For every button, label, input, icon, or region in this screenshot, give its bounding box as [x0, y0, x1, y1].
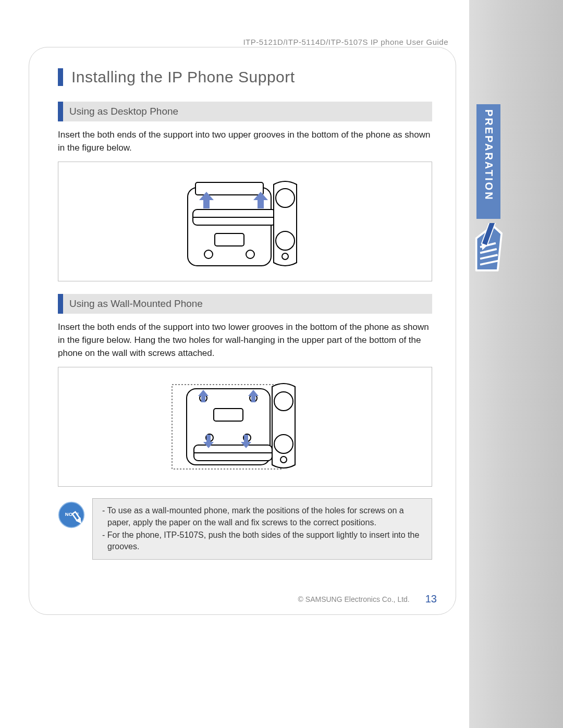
svg-point-13	[276, 189, 295, 207]
phone-support-lower-illustration	[156, 377, 334, 476]
figure-wallmount-install	[58, 367, 432, 487]
svg-point-10	[204, 250, 213, 258]
note-line-2: - For the phone, ITP-5107S, push the bot…	[100, 529, 424, 553]
paragraph-wallmount: Insert the both ends of the support into…	[58, 321, 432, 360]
section-tab-preparation: PREPARATION	[476, 104, 500, 219]
svg-rect-26	[214, 409, 243, 421]
phone-support-upper-illustration	[162, 172, 328, 271]
page-footer: © SAMSUNG Electronics Co., Ltd. 13	[29, 593, 456, 605]
note-icon: NOTE	[58, 501, 85, 528]
document-header: ITP-5121D/ITP-5114D/ITP-5107S IP phone U…	[0, 38, 469, 46]
svg-point-11	[246, 250, 254, 258]
svg-point-15	[282, 253, 288, 260]
note-block: NOTE - To use as a wall-mounted phone, m…	[58, 498, 432, 560]
figure-desktop-install	[58, 162, 432, 281]
svg-point-27	[274, 392, 293, 411]
svg-point-29	[280, 456, 287, 463]
page-number: 13	[425, 593, 437, 605]
subheading-wallmount: Using as Wall-Mounted Phone	[58, 294, 432, 314]
paragraph-desktop: Insert the both ends of the support into…	[58, 129, 432, 154]
copyright-text: © SAMSUNG Electronics Co., Ltd.	[298, 595, 410, 603]
note-line-1: - To use as a wall-mounted phone, mark t…	[100, 505, 424, 528]
svg-point-28	[274, 435, 293, 453]
content-frame: Installing the IP Phone Support Using as…	[29, 47, 456, 615]
svg-rect-12	[215, 233, 244, 246]
subheading-desktop: Using as Desktop Phone	[58, 102, 432, 121]
svg-point-14	[276, 231, 295, 250]
page-title: Installing the IP Phone Support	[58, 68, 432, 86]
note-text: - To use as a wall-mounted phone, mark t…	[92, 498, 432, 560]
